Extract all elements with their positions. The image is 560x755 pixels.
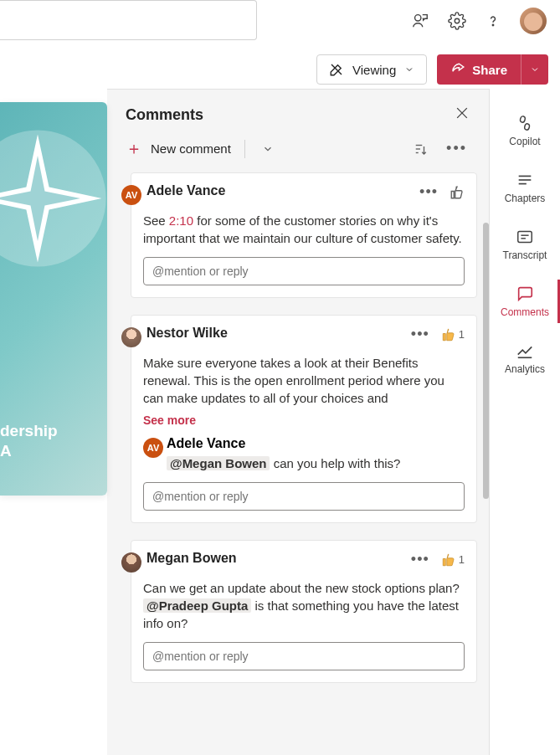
new-comment-label: New comment [151,141,231,156]
reply-input[interactable] [143,257,465,285]
settings-icon[interactable] [448,12,466,30]
sidebar-item-transcript[interactable]: Transcript [490,216,560,273]
plus-icon: ＋ [126,137,142,160]
like-count: 1 [459,553,465,566]
share-label: Share [472,63,507,77]
timestamp-link[interactable]: 2:10 [169,213,193,228]
viewing-label: Viewing [352,63,396,77]
new-comment-dropdown[interactable] [259,140,277,158]
comment-author: Nestor Wilke [146,326,228,341]
compass-star-icon [0,127,107,270]
comment-more-button[interactable]: ••• [419,183,438,201]
transcript-icon [516,228,534,246]
sidebar-item-analytics[interactable]: Analytics [490,330,560,387]
right-sidebar: Copilot Chapters Transcript Comments Ana… [489,89,560,755]
close-icon [454,105,470,121]
chat-icon[interactable] [411,12,429,30]
comment-card: AV Adele Vance ••• See 2:10 for some of … [131,172,477,298]
comment-body: Make sure everyone takes a look at their… [143,347,465,407]
analytics-icon [516,342,534,360]
thumbs-up-icon [441,552,456,568]
share-arrow-icon [450,62,465,77]
pencil-slash-icon [329,62,344,77]
svg-point-1 [455,18,460,23]
see-more-link[interactable]: See more [143,407,196,427]
like-button[interactable]: 1 [441,552,465,568]
doc-title-line2: A [0,441,104,462]
sidebar-item-chapters[interactable]: Chapters [490,159,560,216]
comments-panel: Comments ＋ New comment ••• [107,89,489,755]
nested-reply: AV Adele Vance @Megan Bowen can you help… [143,436,465,472]
mention-chip[interactable]: @Pradeep Gupta [143,598,251,613]
share-dropdown-button[interactable] [521,54,548,85]
sidebar-item-copilot[interactable]: Copilot [490,102,560,159]
close-panel-button[interactable] [454,105,470,125]
comment-more-button[interactable]: ••• [411,551,429,568]
like-button[interactable] [450,185,465,200]
sidebar-item-comments[interactable]: Comments [490,273,560,330]
comment-icon [516,285,534,303]
comment-author: Megan Bowen [146,551,237,566]
chevron-down-icon [530,64,540,74]
reply-avatar: AV [143,438,163,458]
reply-body: @Megan Bowen can you help with this? [167,451,465,472]
mention-chip[interactable]: @Megan Bowen [167,456,270,470]
thumbs-up-icon [441,327,456,342]
svg-point-2 [492,24,493,25]
document-thumbnail[interactable]: dership A [0,102,107,496]
svg-point-0 [415,15,421,21]
comment-card: Nestor Wilke ••• 1 Make sure everyone ta… [131,315,477,523]
new-comment-button[interactable]: ＋ New comment [126,137,231,160]
comment-avatar [121,327,141,347]
sidebar-label: Comments [501,306,549,318]
list-icon [516,171,534,189]
like-button[interactable]: 1 [441,327,465,342]
comment-body: Can we get an update about the new stock… [143,573,465,632]
chevron-down-icon [404,64,414,74]
comments-title: Comments [126,106,203,124]
user-avatar[interactable] [520,8,547,34]
reply-input[interactable] [143,642,465,670]
reply-input[interactable] [143,482,465,511]
search-input[interactable] [0,0,257,40]
svg-rect-15 [518,232,532,243]
sidebar-label: Copilot [509,136,540,147]
comment-more-button[interactable]: ••• [411,326,429,343]
comment-avatar: AV [121,185,141,205]
share-button[interactable]: Share [437,54,521,85]
viewing-mode-button[interactable]: Viewing [316,54,427,85]
sidebar-label: Transcript [503,249,547,261]
scrollbar[interactable] [483,223,489,499]
thumbs-up-icon [450,185,465,200]
divider [244,140,245,158]
comment-author: Adele Vance [146,183,225,198]
more-icon: ••• [446,140,467,157]
reply-author: Adele Vance [167,436,465,451]
comments-more-button[interactable]: ••• [443,136,470,161]
comment-card: Megan Bowen ••• 1 Can we get an update a… [131,540,477,683]
doc-title-line1: dership [0,421,104,442]
copilot-icon [516,114,534,132]
sort-comments-button[interactable] [409,138,431,160]
help-icon[interactable] [485,13,501,29]
sort-icon [413,141,428,157]
sidebar-label: Chapters [505,193,546,204]
chevron-down-icon [262,143,274,155]
comment-avatar [121,552,141,573]
like-count: 1 [459,328,465,341]
sidebar-label: Analytics [505,363,545,375]
comment-body: See 2:10 for some of the customer storie… [143,205,465,247]
